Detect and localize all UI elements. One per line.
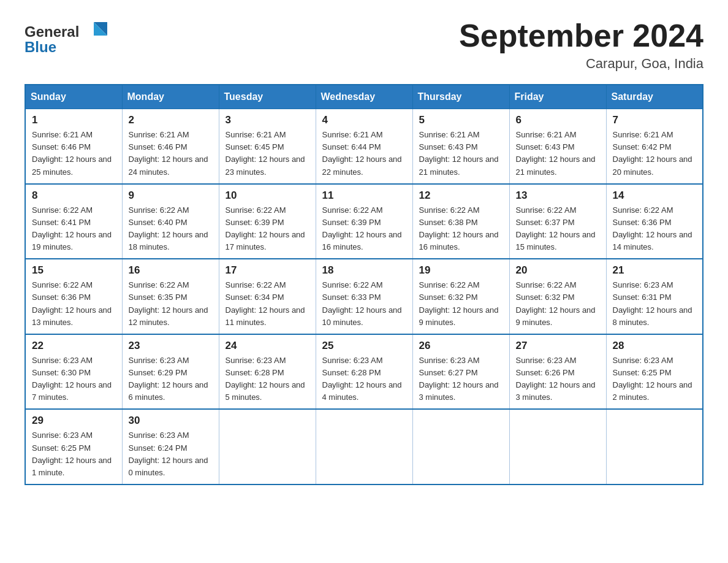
day-info: Sunrise: 6:22 AMSunset: 6:33 PMDaylight:… [322, 279, 406, 329]
calendar-cell: 3Sunrise: 6:21 AMSunset: 6:45 PMDaylight… [219, 109, 316, 184]
day-number: 11 [322, 190, 406, 202]
calendar-cell: 10Sunrise: 6:22 AMSunset: 6:39 PMDayligh… [219, 184, 316, 259]
calendar-cell: 27Sunrise: 6:23 AMSunset: 6:26 PMDayligh… [509, 334, 606, 410]
day-info: Sunrise: 6:22 AMSunset: 6:41 PMDaylight:… [32, 204, 116, 254]
day-info: Sunrise: 6:22 AMSunset: 6:37 PMDaylight:… [516, 204, 600, 254]
day-number: 22 [32, 340, 116, 352]
day-number: 1 [32, 114, 116, 126]
day-number: 4 [322, 114, 406, 126]
day-number: 25 [322, 340, 406, 352]
day-info: Sunrise: 6:22 AMSunset: 6:40 PMDaylight:… [129, 204, 213, 254]
day-number: 2 [129, 114, 213, 126]
month-title: September 2024 [459, 18, 703, 53]
day-info: Sunrise: 6:23 AMSunset: 6:31 PMDaylight:… [613, 279, 697, 329]
calendar-cell [219, 409, 316, 484]
day-info: Sunrise: 6:23 AMSunset: 6:26 PMDaylight:… [516, 354, 600, 404]
day-info: Sunrise: 6:21 AMSunset: 6:43 PMDaylight:… [419, 129, 503, 178]
calendar-cell [509, 409, 606, 484]
header-friday: Friday [509, 85, 606, 109]
calendar-cell: 11Sunrise: 6:22 AMSunset: 6:39 PMDayligh… [316, 184, 412, 259]
day-number: 5 [419, 114, 503, 126]
day-info: Sunrise: 6:22 AMSunset: 6:36 PMDaylight:… [613, 204, 697, 254]
header-wednesday: Wednesday [316, 85, 412, 109]
calendar-cell: 14Sunrise: 6:22 AMSunset: 6:36 PMDayligh… [606, 184, 703, 259]
day-info: Sunrise: 6:23 AMSunset: 6:29 PMDaylight:… [129, 354, 213, 404]
day-number: 29 [32, 415, 116, 427]
day-info: Sunrise: 6:21 AMSunset: 6:43 PMDaylight:… [516, 129, 600, 178]
header-sunday: Sunday [25, 85, 122, 109]
calendar-cell: 22Sunrise: 6:23 AMSunset: 6:30 PMDayligh… [25, 334, 122, 410]
day-number: 27 [516, 340, 600, 352]
day-info: Sunrise: 6:22 AMSunset: 6:39 PMDaylight:… [226, 204, 309, 254]
day-number: 12 [419, 190, 503, 202]
logo: General Blue [25, 18, 123, 58]
calendar-cell: 13Sunrise: 6:22 AMSunset: 6:37 PMDayligh… [509, 184, 606, 259]
calendar-cell: 17Sunrise: 6:22 AMSunset: 6:34 PMDayligh… [219, 259, 316, 334]
calendar-cell: 16Sunrise: 6:22 AMSunset: 6:35 PMDayligh… [122, 259, 219, 334]
svg-text:Blue: Blue [25, 39, 56, 55]
day-number: 30 [129, 415, 213, 427]
day-number: 14 [613, 190, 697, 202]
calendar-cell: 15Sunrise: 6:22 AMSunset: 6:36 PMDayligh… [25, 259, 122, 334]
logo-block: General Blue [25, 18, 123, 58]
day-number: 8 [32, 190, 116, 202]
day-number: 26 [419, 340, 503, 352]
calendar-cell: 26Sunrise: 6:23 AMSunset: 6:27 PMDayligh… [412, 334, 509, 410]
day-number: 21 [613, 264, 697, 277]
day-number: 20 [516, 264, 600, 277]
day-info: Sunrise: 6:22 AMSunset: 6:32 PMDaylight:… [419, 279, 503, 329]
calendar-cell: 21Sunrise: 6:23 AMSunset: 6:31 PMDayligh… [606, 259, 703, 334]
day-info: Sunrise: 6:23 AMSunset: 6:30 PMDaylight:… [32, 354, 116, 404]
calendar-cell: 20Sunrise: 6:22 AMSunset: 6:32 PMDayligh… [509, 259, 606, 334]
calendar-cell [316, 409, 412, 484]
day-number: 28 [613, 340, 697, 352]
day-number: 23 [129, 340, 213, 352]
calendar-week-3: 15Sunrise: 6:22 AMSunset: 6:36 PMDayligh… [25, 259, 703, 334]
day-info: Sunrise: 6:22 AMSunset: 6:32 PMDaylight:… [516, 279, 600, 329]
location: Carapur, Goa, India [459, 56, 703, 72]
calendar-cell [412, 409, 509, 484]
day-number: 24 [226, 340, 309, 352]
day-number: 3 [226, 114, 309, 126]
calendar-week-4: 22Sunrise: 6:23 AMSunset: 6:30 PMDayligh… [25, 334, 703, 410]
day-info: Sunrise: 6:21 AMSunset: 6:46 PMDaylight:… [129, 129, 213, 178]
day-number: 16 [129, 264, 213, 277]
day-info: Sunrise: 6:22 AMSunset: 6:38 PMDaylight:… [419, 204, 503, 254]
calendar-cell: 28Sunrise: 6:23 AMSunset: 6:25 PMDayligh… [606, 334, 703, 410]
title-block: September 2024 Carapur, Goa, India [459, 18, 703, 72]
day-number: 19 [419, 264, 503, 277]
header-monday: Monday [122, 85, 219, 109]
calendar-week-1: 1Sunrise: 6:21 AMSunset: 6:46 PMDaylight… [25, 109, 703, 184]
day-info: Sunrise: 6:22 AMSunset: 6:35 PMDaylight:… [129, 279, 213, 329]
day-info: Sunrise: 6:21 AMSunset: 6:42 PMDaylight:… [613, 129, 697, 178]
day-info: Sunrise: 6:22 AMSunset: 6:39 PMDaylight:… [322, 204, 406, 254]
calendar-cell: 2Sunrise: 6:21 AMSunset: 6:46 PMDaylight… [122, 109, 219, 184]
day-info: Sunrise: 6:23 AMSunset: 6:24 PMDaylight:… [129, 429, 213, 479]
svg-text:General: General [25, 23, 79, 40]
day-number: 15 [32, 264, 116, 277]
calendar-cell: 7Sunrise: 6:21 AMSunset: 6:42 PMDaylight… [606, 109, 703, 184]
day-info: Sunrise: 6:21 AMSunset: 6:45 PMDaylight:… [226, 129, 309, 178]
calendar-cell: 6Sunrise: 6:21 AMSunset: 6:43 PMDaylight… [509, 109, 606, 184]
header-thursday: Thursday [412, 85, 509, 109]
day-info: Sunrise: 6:21 AMSunset: 6:46 PMDaylight:… [32, 129, 116, 178]
day-info: Sunrise: 6:23 AMSunset: 6:25 PMDaylight:… [32, 429, 116, 479]
day-number: 9 [129, 190, 213, 202]
day-info: Sunrise: 6:22 AMSunset: 6:36 PMDaylight:… [32, 279, 116, 329]
calendar-cell: 9Sunrise: 6:22 AMSunset: 6:40 PMDaylight… [122, 184, 219, 259]
calendar-cell: 24Sunrise: 6:23 AMSunset: 6:28 PMDayligh… [219, 334, 316, 410]
calendar-cell: 1Sunrise: 6:21 AMSunset: 6:46 PMDaylight… [25, 109, 122, 184]
day-number: 13 [516, 190, 600, 202]
calendar-cell: 19Sunrise: 6:22 AMSunset: 6:32 PMDayligh… [412, 259, 509, 334]
calendar-cell: 23Sunrise: 6:23 AMSunset: 6:29 PMDayligh… [122, 334, 219, 410]
day-number: 18 [322, 264, 406, 277]
day-info: Sunrise: 6:23 AMSunset: 6:28 PMDaylight:… [226, 354, 309, 404]
calendar-header-row: SundayMondayTuesdayWednesdayThursdayFrid… [25, 85, 703, 109]
calendar-cell: 25Sunrise: 6:23 AMSunset: 6:28 PMDayligh… [316, 334, 412, 410]
day-info: Sunrise: 6:23 AMSunset: 6:25 PMDaylight:… [613, 354, 697, 404]
calendar-cell [606, 409, 703, 484]
day-number: 6 [516, 114, 600, 126]
calendar-cell: 30Sunrise: 6:23 AMSunset: 6:24 PMDayligh… [122, 409, 219, 484]
header-saturday: Saturday [606, 85, 703, 109]
calendar-cell: 4Sunrise: 6:21 AMSunset: 6:44 PMDaylight… [316, 109, 412, 184]
